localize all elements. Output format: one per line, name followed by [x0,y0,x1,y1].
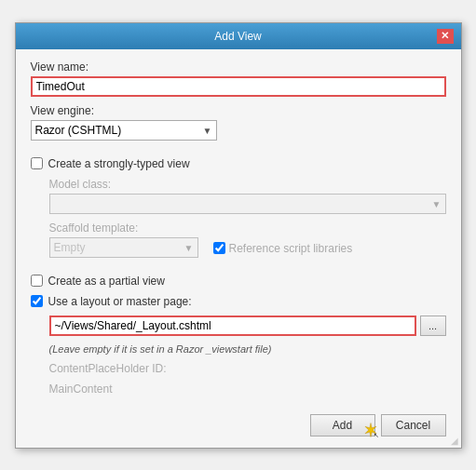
view-engine-select[interactable]: Razor (CSHTML) ASPX [31,120,217,141]
view-name-input[interactable] [31,76,446,97]
content-placeholder-label: ContentPlaceHolder ID: [49,362,446,375]
layout-input-row: ... [49,316,446,336]
view-name-group: View name: [31,60,446,97]
strongly-typed-label: Create a strongly-typed view [48,157,190,170]
layout-label: Use a layout or master page: [48,295,192,308]
strongly-typed-row: Create a strongly-typed view [31,157,446,170]
scaffold-template-label: Scaffold template: [49,222,198,235]
partial-view-row: Create as a partial view [31,275,446,288]
add-button[interactable]: Add [310,414,375,436]
scaffold-template-group: Scaffold template: Empty Create Delete D… [49,222,198,258]
layout-row: Use a layout or master page: [31,295,446,308]
view-engine-label: View engine: [31,104,446,117]
reference-scripts-group: Reference script libraries [213,242,353,255]
view-name-label: View name: [31,60,446,74]
title-bar: Add View ✕ [16,23,461,49]
partial-view-label: Create as a partial view [48,275,165,288]
layout-checkbox[interactable] [31,295,43,307]
model-class-select[interactable] [49,194,446,214]
partial-view-checkbox[interactable] [31,275,43,287]
content-placeholder-value: MainContent [49,383,446,396]
reference-scripts-label: Reference script libraries [229,242,353,255]
reference-scripts-checkbox[interactable] [213,242,225,254]
scaffold-template-select[interactable]: Empty Create Delete Details Edit List [49,237,198,258]
layout-input[interactable] [49,316,416,336]
model-class-label: Model class: [49,178,446,191]
browse-button[interactable]: ... [420,316,446,336]
add-view-dialog: Add View ✕ View name: View engine: Razor… [15,22,462,449]
scaffold-group: Scaffold template: Empty Create Delete D… [49,222,446,258]
strongly-typed-checkbox[interactable] [31,157,43,169]
button-row: Add ↖ Cancel [16,407,461,448]
cancel-button[interactable]: Cancel [381,414,446,436]
view-engine-group: View engine: Razor (CSHTML) ASPX ▼ [31,104,446,141]
dialog-body: View name: View engine: Razor (CSHTML) A… [16,49,461,407]
resize-handle: ◢ [451,436,458,446]
dialog-title: Add View [40,30,437,43]
model-class-group: Model class: ▼ [49,178,446,214]
dialog-footer: Add ↖ Cancel ◢ [16,407,461,448]
layout-hint: (Leave empty if it is set in a Razor _vi… [49,343,446,355]
add-button-wrapper: Add ↖ [310,414,375,436]
close-button[interactable]: ✕ [437,29,454,44]
